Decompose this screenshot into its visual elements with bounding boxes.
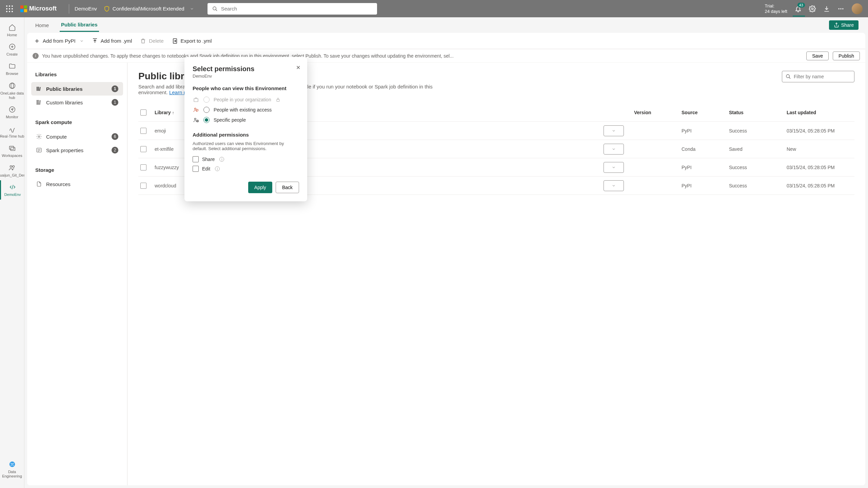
people-icon: [193, 107, 199, 113]
svg-point-37: [195, 118, 196, 120]
dialog-title: Select permissions: [193, 65, 299, 73]
view-heading: People who can view this Environment: [193, 85, 299, 91]
lock-icon: [275, 97, 281, 102]
dialog-subtitle: DemoEnv: [193, 74, 299, 79]
info-icon[interactable]: i: [215, 166, 220, 171]
checkbox[interactable]: [193, 166, 199, 172]
radio-org: People in your organization: [193, 95, 299, 105]
person-add-icon: [193, 117, 199, 123]
edit-checkbox-row[interactable]: Edit i: [193, 164, 299, 174]
radio-input[interactable]: [203, 107, 210, 113]
close-icon[interactable]: ✕: [296, 64, 300, 71]
radio-label: People in your organization: [214, 97, 271, 102]
additional-description: Authorized users can view this Environme…: [193, 141, 299, 151]
info-icon[interactable]: i: [219, 157, 224, 162]
share-checkbox-row[interactable]: Share i: [193, 155, 299, 164]
dialog-backdrop[interactable]: [0, 0, 868, 488]
svg-rect-34: [277, 99, 279, 101]
back-button[interactable]: Back: [276, 182, 299, 193]
svg-rect-33: [194, 99, 198, 102]
radio-existing[interactable]: People with existing access: [193, 105, 299, 115]
checkbox-label: Share: [202, 157, 215, 162]
apply-button[interactable]: Apply: [248, 182, 272, 193]
checkbox[interactable]: [193, 156, 199, 162]
svg-rect-36: [197, 109, 198, 111]
radio-input: [203, 97, 210, 103]
permissions-dialog: Select permissions DemoEnv ✕ People who …: [184, 57, 307, 201]
radio-specific[interactable]: Specific people: [193, 115, 299, 125]
svg-point-35: [195, 108, 196, 110]
radio-label: People with existing access: [214, 107, 272, 113]
radio-label: Specific people: [214, 117, 246, 123]
radio-input[interactable]: [203, 117, 210, 123]
checkbox-label: Edit: [202, 166, 210, 171]
building-icon: [193, 97, 199, 103]
additional-heading: Additional permissions: [193, 132, 299, 138]
